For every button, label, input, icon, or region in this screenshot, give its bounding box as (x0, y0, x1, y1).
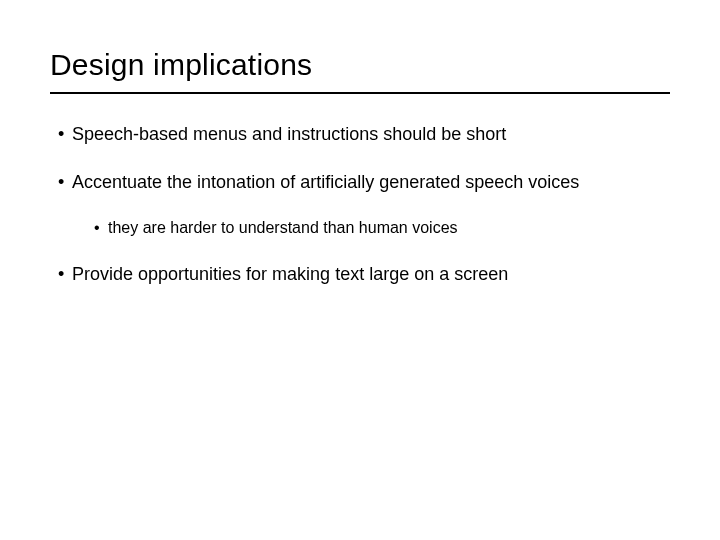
slide-title: Design implications (50, 48, 670, 82)
bullet-text: they are harder to understand than human… (108, 219, 458, 236)
bullet-list: Speech-based menus and instructions shou… (50, 122, 670, 286)
bullet-text: Speech-based menus and instructions shou… (72, 124, 506, 144)
bullet-text: Provide opportunities for making text la… (72, 264, 508, 284)
title-rule (50, 92, 670, 94)
list-item: they are harder to understand than human… (94, 217, 670, 239)
slide: Design implications Speech-based menus a… (0, 0, 720, 350)
list-item: Speech-based menus and instructions shou… (58, 122, 670, 146)
list-item: Accentuate the intonation of artificiall… (58, 170, 670, 238)
bullet-text: Accentuate the intonation of artificiall… (72, 172, 579, 192)
sub-bullet-list: they are harder to understand than human… (94, 217, 670, 239)
list-item: Provide opportunities for making text la… (58, 262, 670, 286)
